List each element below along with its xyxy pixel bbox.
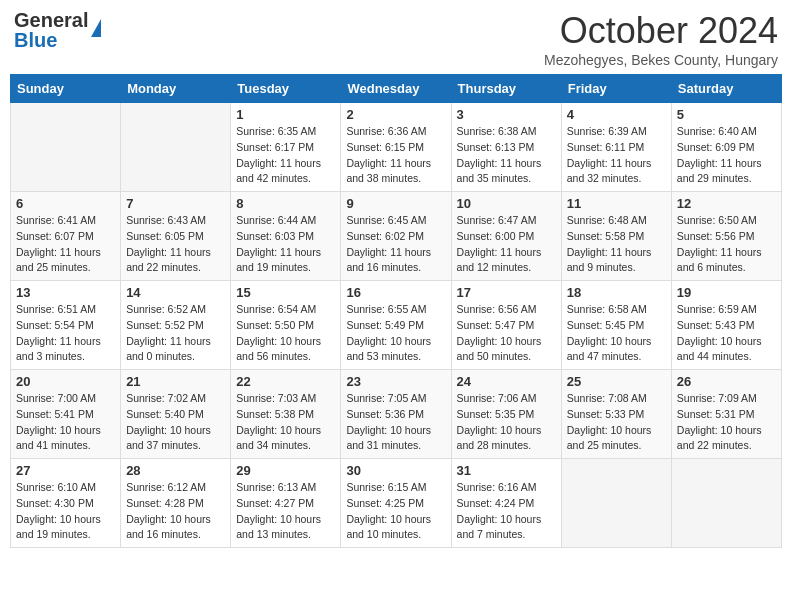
table-row: 20Sunrise: 7:00 AM Sunset: 5:41 PM Dayli… <box>11 370 121 459</box>
day-number: 11 <box>567 196 666 211</box>
day-number: 28 <box>126 463 225 478</box>
day-number: 8 <box>236 196 335 211</box>
day-info: Sunrise: 6:16 AM Sunset: 4:24 PM Dayligh… <box>457 480 556 543</box>
day-info: Sunrise: 6:12 AM Sunset: 4:28 PM Dayligh… <box>126 480 225 543</box>
day-number: 5 <box>677 107 776 122</box>
table-row: 27Sunrise: 6:10 AM Sunset: 4:30 PM Dayli… <box>11 459 121 548</box>
col-saturday: Saturday <box>671 75 781 103</box>
table-row: 21Sunrise: 7:02 AM Sunset: 5:40 PM Dayli… <box>121 370 231 459</box>
logo-line1: General <box>14 10 88 30</box>
table-row: 10Sunrise: 6:47 AM Sunset: 6:00 PM Dayli… <box>451 192 561 281</box>
table-row: 3Sunrise: 6:38 AM Sunset: 6:13 PM Daylig… <box>451 103 561 192</box>
day-info: Sunrise: 6:40 AM Sunset: 6:09 PM Dayligh… <box>677 124 776 187</box>
table-row: 17Sunrise: 6:56 AM Sunset: 5:47 PM Dayli… <box>451 281 561 370</box>
day-number: 6 <box>16 196 115 211</box>
day-number: 24 <box>457 374 556 389</box>
table-row: 12Sunrise: 6:50 AM Sunset: 5:56 PM Dayli… <box>671 192 781 281</box>
table-row <box>671 459 781 548</box>
day-number: 25 <box>567 374 666 389</box>
day-info: Sunrise: 6:52 AM Sunset: 5:52 PM Dayligh… <box>126 302 225 365</box>
logo-text: General Blue <box>14 10 88 50</box>
day-number: 16 <box>346 285 445 300</box>
day-info: Sunrise: 6:43 AM Sunset: 6:05 PM Dayligh… <box>126 213 225 276</box>
day-info: Sunrise: 6:13 AM Sunset: 4:27 PM Dayligh… <box>236 480 335 543</box>
day-number: 9 <box>346 196 445 211</box>
calendar-week-row: 20Sunrise: 7:00 AM Sunset: 5:41 PM Dayli… <box>11 370 782 459</box>
table-row: 14Sunrise: 6:52 AM Sunset: 5:52 PM Dayli… <box>121 281 231 370</box>
day-info: Sunrise: 7:08 AM Sunset: 5:33 PM Dayligh… <box>567 391 666 454</box>
calendar-week-row: 1Sunrise: 6:35 AM Sunset: 6:17 PM Daylig… <box>11 103 782 192</box>
table-row: 1Sunrise: 6:35 AM Sunset: 6:17 PM Daylig… <box>231 103 341 192</box>
day-info: Sunrise: 6:58 AM Sunset: 5:45 PM Dayligh… <box>567 302 666 365</box>
day-number: 21 <box>126 374 225 389</box>
day-number: 1 <box>236 107 335 122</box>
day-info: Sunrise: 7:03 AM Sunset: 5:38 PM Dayligh… <box>236 391 335 454</box>
day-number: 14 <box>126 285 225 300</box>
day-number: 3 <box>457 107 556 122</box>
day-number: 7 <box>126 196 225 211</box>
col-friday: Friday <box>561 75 671 103</box>
table-row: 24Sunrise: 7:06 AM Sunset: 5:35 PM Dayli… <box>451 370 561 459</box>
day-info: Sunrise: 6:59 AM Sunset: 5:43 PM Dayligh… <box>677 302 776 365</box>
day-info: Sunrise: 6:15 AM Sunset: 4:25 PM Dayligh… <box>346 480 445 543</box>
day-number: 22 <box>236 374 335 389</box>
table-row: 26Sunrise: 7:09 AM Sunset: 5:31 PM Dayli… <box>671 370 781 459</box>
month-title: October 2024 <box>544 10 778 52</box>
day-info: Sunrise: 6:51 AM Sunset: 5:54 PM Dayligh… <box>16 302 115 365</box>
day-info: Sunrise: 6:47 AM Sunset: 6:00 PM Dayligh… <box>457 213 556 276</box>
calendar-table: Sunday Monday Tuesday Wednesday Thursday… <box>10 74 782 548</box>
table-row: 16Sunrise: 6:55 AM Sunset: 5:49 PM Dayli… <box>341 281 451 370</box>
calendar-week-row: 27Sunrise: 6:10 AM Sunset: 4:30 PM Dayli… <box>11 459 782 548</box>
col-monday: Monday <box>121 75 231 103</box>
day-number: 19 <box>677 285 776 300</box>
day-number: 15 <box>236 285 335 300</box>
table-row: 6Sunrise: 6:41 AM Sunset: 6:07 PM Daylig… <box>11 192 121 281</box>
logo: General Blue <box>14 10 101 50</box>
location-label: Mezohegyes, Bekes County, Hungary <box>544 52 778 68</box>
table-row: 9Sunrise: 6:45 AM Sunset: 6:02 PM Daylig… <box>341 192 451 281</box>
day-number: 12 <box>677 196 776 211</box>
table-row: 5Sunrise: 6:40 AM Sunset: 6:09 PM Daylig… <box>671 103 781 192</box>
day-number: 2 <box>346 107 445 122</box>
day-info: Sunrise: 7:09 AM Sunset: 5:31 PM Dayligh… <box>677 391 776 454</box>
table-row: 2Sunrise: 6:36 AM Sunset: 6:15 PM Daylig… <box>341 103 451 192</box>
day-info: Sunrise: 6:45 AM Sunset: 6:02 PM Dayligh… <box>346 213 445 276</box>
col-sunday: Sunday <box>11 75 121 103</box>
table-row: 28Sunrise: 6:12 AM Sunset: 4:28 PM Dayli… <box>121 459 231 548</box>
title-section: October 2024 Mezohegyes, Bekes County, H… <box>544 10 778 68</box>
table-row: 19Sunrise: 6:59 AM Sunset: 5:43 PM Dayli… <box>671 281 781 370</box>
day-info: Sunrise: 6:54 AM Sunset: 5:50 PM Dayligh… <box>236 302 335 365</box>
table-row: 22Sunrise: 7:03 AM Sunset: 5:38 PM Dayli… <box>231 370 341 459</box>
day-info: Sunrise: 6:56 AM Sunset: 5:47 PM Dayligh… <box>457 302 556 365</box>
table-row: 13Sunrise: 6:51 AM Sunset: 5:54 PM Dayli… <box>11 281 121 370</box>
day-info: Sunrise: 6:39 AM Sunset: 6:11 PM Dayligh… <box>567 124 666 187</box>
day-number: 23 <box>346 374 445 389</box>
calendar-week-row: 6Sunrise: 6:41 AM Sunset: 6:07 PM Daylig… <box>11 192 782 281</box>
day-number: 4 <box>567 107 666 122</box>
day-number: 10 <box>457 196 556 211</box>
table-row: 8Sunrise: 6:44 AM Sunset: 6:03 PM Daylig… <box>231 192 341 281</box>
col-tuesday: Tuesday <box>231 75 341 103</box>
calendar-week-row: 13Sunrise: 6:51 AM Sunset: 5:54 PM Dayli… <box>11 281 782 370</box>
col-thursday: Thursday <box>451 75 561 103</box>
table-row <box>561 459 671 548</box>
table-row <box>121 103 231 192</box>
table-row: 29Sunrise: 6:13 AM Sunset: 4:27 PM Dayli… <box>231 459 341 548</box>
day-number: 29 <box>236 463 335 478</box>
day-number: 27 <box>16 463 115 478</box>
day-info: Sunrise: 6:35 AM Sunset: 6:17 PM Dayligh… <box>236 124 335 187</box>
day-info: Sunrise: 6:44 AM Sunset: 6:03 PM Dayligh… <box>236 213 335 276</box>
day-info: Sunrise: 7:06 AM Sunset: 5:35 PM Dayligh… <box>457 391 556 454</box>
table-row: 23Sunrise: 7:05 AM Sunset: 5:36 PM Dayli… <box>341 370 451 459</box>
day-number: 18 <box>567 285 666 300</box>
table-row: 15Sunrise: 6:54 AM Sunset: 5:50 PM Dayli… <box>231 281 341 370</box>
day-info: Sunrise: 6:50 AM Sunset: 5:56 PM Dayligh… <box>677 213 776 276</box>
day-number: 13 <box>16 285 115 300</box>
table-row <box>11 103 121 192</box>
table-row: 7Sunrise: 6:43 AM Sunset: 6:05 PM Daylig… <box>121 192 231 281</box>
day-number: 31 <box>457 463 556 478</box>
day-info: Sunrise: 6:48 AM Sunset: 5:58 PM Dayligh… <box>567 213 666 276</box>
day-number: 26 <box>677 374 776 389</box>
day-number: 17 <box>457 285 556 300</box>
table-row: 25Sunrise: 7:08 AM Sunset: 5:33 PM Dayli… <box>561 370 671 459</box>
